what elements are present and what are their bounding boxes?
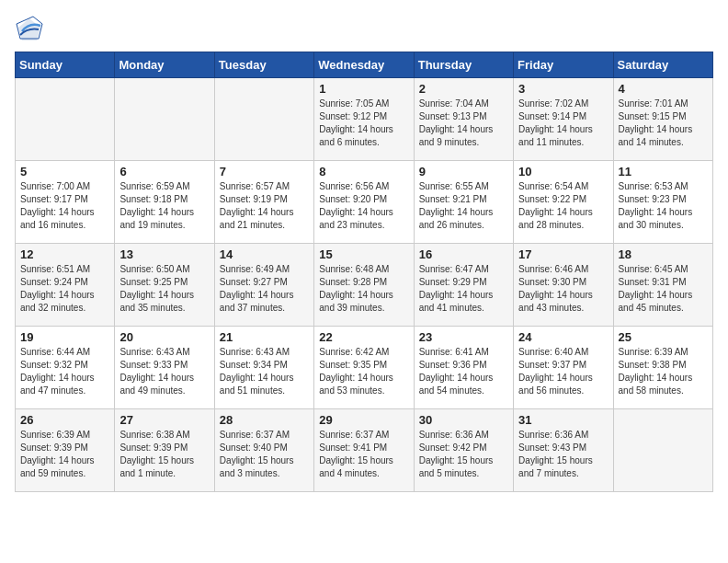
day-info: Sunrise: 6:39 AM Sunset: 9:38 PM Dayligh… <box>619 346 708 397</box>
day-number: 24 <box>518 330 608 344</box>
day-cell: 25Sunrise: 6:39 AM Sunset: 9:38 PM Dayli… <box>613 327 712 409</box>
weekday-header-thursday: Thursday <box>414 52 513 78</box>
day-cell: 16Sunrise: 6:47 AM Sunset: 9:29 PM Dayli… <box>414 244 513 327</box>
day-number: 29 <box>319 413 408 427</box>
calendar-body: 1Sunrise: 7:05 AM Sunset: 9:12 PM Daylig… <box>16 78 713 492</box>
day-number: 8 <box>319 165 408 178</box>
day-cell: 8Sunrise: 6:56 AM Sunset: 9:20 PM Daylig… <box>314 161 414 244</box>
day-info: Sunrise: 6:44 AM Sunset: 9:32 PM Dayligh… <box>20 346 109 397</box>
day-info: Sunrise: 7:02 AM Sunset: 9:14 PM Dayligh… <box>518 98 608 149</box>
day-number: 9 <box>419 165 508 178</box>
day-cell: 10Sunrise: 6:54 AM Sunset: 9:22 PM Dayli… <box>514 161 613 244</box>
day-number: 21 <box>220 330 309 344</box>
weekday-header-saturday: Saturday <box>613 52 712 78</box>
logo-icon <box>15 15 44 44</box>
day-info: Sunrise: 6:37 AM Sunset: 9:41 PM Dayligh… <box>319 429 408 480</box>
day-number: 4 <box>619 82 708 96</box>
day-info: Sunrise: 6:37 AM Sunset: 9:40 PM Dayligh… <box>220 429 309 480</box>
day-cell: 2Sunrise: 7:04 AM Sunset: 9:13 PM Daylig… <box>414 78 513 161</box>
day-info: Sunrise: 6:38 AM Sunset: 9:39 PM Dayligh… <box>119 429 209 480</box>
day-info: Sunrise: 7:00 AM Sunset: 9:17 PM Dayligh… <box>20 180 109 232</box>
day-info: Sunrise: 6:40 AM Sunset: 9:37 PM Dayligh… <box>518 346 608 397</box>
weekday-header-sunday: Sunday <box>16 52 115 78</box>
day-cell <box>613 409 712 492</box>
day-number: 25 <box>619 330 708 344</box>
day-info: Sunrise: 6:55 AM Sunset: 9:21 PM Dayligh… <box>419 180 508 232</box>
week-row-4: 19Sunrise: 6:44 AM Sunset: 9:32 PM Dayli… <box>16 327 713 409</box>
weekday-row: SundayMondayTuesdayWednesdayThursdayFrid… <box>16 52 713 78</box>
day-info: Sunrise: 6:43 AM Sunset: 9:34 PM Dayligh… <box>220 346 309 397</box>
week-row-2: 5Sunrise: 7:00 AM Sunset: 9:17 PM Daylig… <box>16 161 713 244</box>
day-number: 26 <box>20 413 109 427</box>
day-cell: 7Sunrise: 6:57 AM Sunset: 9:19 PM Daylig… <box>214 161 313 244</box>
day-cell <box>16 78 115 161</box>
day-cell: 20Sunrise: 6:43 AM Sunset: 9:33 PM Dayli… <box>115 327 214 409</box>
day-info: Sunrise: 7:04 AM Sunset: 9:13 PM Dayligh… <box>419 98 508 149</box>
day-number: 30 <box>419 413 508 427</box>
day-info: Sunrise: 6:36 AM Sunset: 9:42 PM Dayligh… <box>419 429 508 480</box>
day-number: 31 <box>518 413 608 427</box>
day-cell: 24Sunrise: 6:40 AM Sunset: 9:37 PM Dayli… <box>514 327 613 409</box>
day-cell: 5Sunrise: 7:00 AM Sunset: 9:17 PM Daylig… <box>16 161 115 244</box>
day-number: 3 <box>518 82 608 96</box>
day-number: 15 <box>319 247 408 261</box>
day-info: Sunrise: 6:51 AM Sunset: 9:24 PM Dayligh… <box>20 263 109 315</box>
day-cell: 9Sunrise: 6:55 AM Sunset: 9:21 PM Daylig… <box>414 161 513 244</box>
day-number: 20 <box>119 330 209 344</box>
day-number: 17 <box>518 247 608 261</box>
day-cell: 28Sunrise: 6:37 AM Sunset: 9:40 PM Dayli… <box>214 409 313 492</box>
day-info: Sunrise: 6:50 AM Sunset: 9:25 PM Dayligh… <box>119 263 209 315</box>
day-info: Sunrise: 6:49 AM Sunset: 9:27 PM Dayligh… <box>220 263 309 315</box>
day-info: Sunrise: 6:41 AM Sunset: 9:36 PM Dayligh… <box>419 346 508 397</box>
day-cell: 15Sunrise: 6:48 AM Sunset: 9:28 PM Dayli… <box>314 244 414 327</box>
calendar-header: SundayMondayTuesdayWednesdayThursdayFrid… <box>16 52 713 78</box>
day-number: 5 <box>20 165 109 178</box>
calendar-table: SundayMondayTuesdayWednesdayThursdayFrid… <box>15 52 713 492</box>
day-number: 12 <box>20 247 109 261</box>
day-cell: 11Sunrise: 6:53 AM Sunset: 9:23 PM Dayli… <box>613 161 712 244</box>
week-row-3: 12Sunrise: 6:51 AM Sunset: 9:24 PM Dayli… <box>16 244 713 327</box>
day-cell: 23Sunrise: 6:41 AM Sunset: 9:36 PM Dayli… <box>414 327 513 409</box>
weekday-header-wednesday: Wednesday <box>314 52 414 78</box>
day-cell: 3Sunrise: 7:02 AM Sunset: 9:14 PM Daylig… <box>514 78 613 161</box>
day-cell: 14Sunrise: 6:49 AM Sunset: 9:27 PM Dayli… <box>214 244 313 327</box>
weekday-header-friday: Friday <box>514 52 613 78</box>
day-cell <box>214 78 313 161</box>
day-cell: 18Sunrise: 6:45 AM Sunset: 9:31 PM Dayli… <box>613 244 712 327</box>
day-info: Sunrise: 6:57 AM Sunset: 9:19 PM Dayligh… <box>220 180 309 232</box>
day-number: 11 <box>619 165 708 178</box>
week-row-1: 1Sunrise: 7:05 AM Sunset: 9:12 PM Daylig… <box>16 78 713 161</box>
day-cell: 27Sunrise: 6:38 AM Sunset: 9:39 PM Dayli… <box>115 409 214 492</box>
logo <box>15 15 48 44</box>
day-cell <box>115 78 214 161</box>
day-number: 16 <box>419 247 508 261</box>
day-cell: 17Sunrise: 6:46 AM Sunset: 9:30 PM Dayli… <box>514 244 613 327</box>
day-number: 19 <box>20 330 109 344</box>
day-info: Sunrise: 6:47 AM Sunset: 9:29 PM Dayligh… <box>419 263 508 315</box>
day-number: 1 <box>319 82 408 96</box>
day-number: 6 <box>119 165 209 178</box>
day-number: 2 <box>419 82 508 96</box>
day-number: 13 <box>119 247 209 261</box>
day-number: 14 <box>220 247 309 261</box>
day-cell: 31Sunrise: 6:36 AM Sunset: 9:43 PM Dayli… <box>514 409 613 492</box>
day-info: Sunrise: 6:59 AM Sunset: 9:18 PM Dayligh… <box>119 180 209 232</box>
day-cell: 6Sunrise: 6:59 AM Sunset: 9:18 PM Daylig… <box>115 161 214 244</box>
day-number: 27 <box>119 413 209 427</box>
day-info: Sunrise: 7:01 AM Sunset: 9:15 PM Dayligh… <box>619 98 708 149</box>
page-header <box>15 15 713 44</box>
day-info: Sunrise: 6:54 AM Sunset: 9:22 PM Dayligh… <box>518 180 608 232</box>
day-cell: 12Sunrise: 6:51 AM Sunset: 9:24 PM Dayli… <box>16 244 115 327</box>
day-info: Sunrise: 6:48 AM Sunset: 9:28 PM Dayligh… <box>319 263 408 315</box>
week-row-5: 26Sunrise: 6:39 AM Sunset: 9:39 PM Dayli… <box>16 409 713 492</box>
day-number: 10 <box>518 165 608 178</box>
day-cell: 22Sunrise: 6:42 AM Sunset: 9:35 PM Dayli… <box>314 327 414 409</box>
day-info: Sunrise: 6:42 AM Sunset: 9:35 PM Dayligh… <box>319 346 408 397</box>
day-info: Sunrise: 6:46 AM Sunset: 9:30 PM Dayligh… <box>518 263 608 315</box>
day-number: 18 <box>619 247 708 261</box>
day-info: Sunrise: 6:43 AM Sunset: 9:33 PM Dayligh… <box>119 346 209 397</box>
day-cell: 30Sunrise: 6:36 AM Sunset: 9:42 PM Dayli… <box>414 409 513 492</box>
day-info: Sunrise: 6:36 AM Sunset: 9:43 PM Dayligh… <box>518 429 608 480</box>
day-info: Sunrise: 7:05 AM Sunset: 9:12 PM Dayligh… <box>319 98 408 149</box>
day-cell: 1Sunrise: 7:05 AM Sunset: 9:12 PM Daylig… <box>314 78 414 161</box>
